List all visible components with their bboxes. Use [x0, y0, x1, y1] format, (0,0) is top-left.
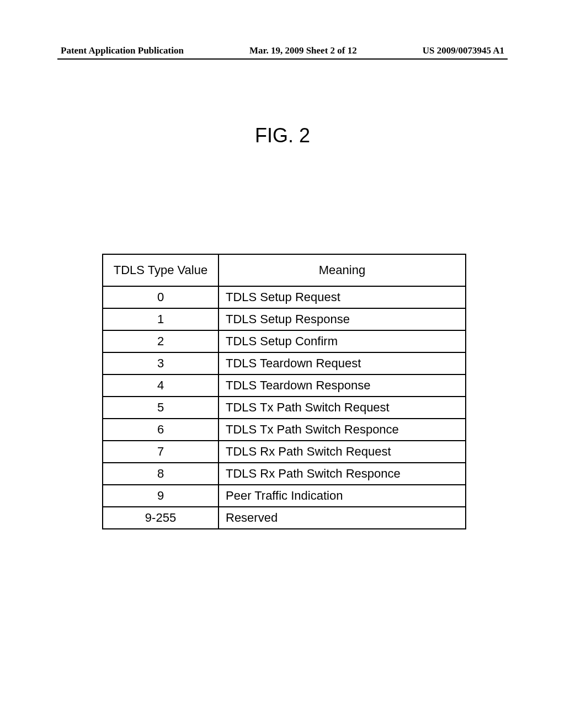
table-row: 2 TDLS Setup Confirm	[103, 330, 466, 352]
column-header-value: TDLS Type Value	[103, 254, 218, 286]
header-publication-type: Patent Application Publication	[61, 45, 184, 56]
cell-meaning: TDLS Teardown Request	[218, 352, 466, 374]
table-row: 4 TDLS Teardown Response	[103, 374, 466, 397]
column-header-meaning: Meaning	[218, 254, 466, 286]
table-row: 0 TDLS Setup Request	[103, 286, 466, 308]
cell-meaning: TDLS Tx Path Switch Responce	[218, 419, 466, 441]
cell-value: 6	[103, 419, 218, 441]
header-divider	[57, 58, 508, 60]
cell-value: 5	[103, 397, 218, 419]
cell-value: 0	[103, 286, 218, 308]
cell-meaning: TDLS Rx Path Switch Request	[218, 441, 466, 463]
tdls-type-table: TDLS Type Value Meaning 0 TDLS Setup Req…	[102, 254, 466, 529]
header-publication-number: US 2009/0073945 A1	[423, 45, 504, 56]
table-row: 9 Peer Traffic Indication	[103, 485, 466, 507]
table-header-row: TDLS Type Value Meaning	[103, 254, 466, 286]
table-row: 3 TDLS Teardown Request	[103, 352, 466, 374]
cell-value: 9-255	[103, 507, 218, 529]
cell-meaning: Reserved	[218, 507, 466, 529]
table-row: 1 TDLS Setup Response	[103, 308, 466, 330]
cell-meaning: TDLS Rx Path Switch Responce	[218, 463, 466, 485]
tdls-table-container: TDLS Type Value Meaning 0 TDLS Setup Req…	[102, 254, 466, 529]
cell-meaning: TDLS Setup Confirm	[218, 330, 466, 352]
cell-value: 8	[103, 463, 218, 485]
cell-meaning: TDLS Setup Response	[218, 308, 466, 330]
table-row: 7 TDLS Rx Path Switch Request	[103, 441, 466, 463]
header-date-sheet: Mar. 19, 2009 Sheet 2 of 12	[249, 45, 357, 56]
cell-value: 3	[103, 352, 218, 374]
table-row: 6 TDLS Tx Path Switch Responce	[103, 419, 466, 441]
cell-meaning: TDLS Setup Request	[218, 286, 466, 308]
table-row: 9-255 Reserved	[103, 507, 466, 529]
table-row: 5 TDLS Tx Path Switch Request	[103, 397, 466, 419]
cell-value: 4	[103, 374, 218, 397]
cell-value: 7	[103, 441, 218, 463]
table-row: 8 TDLS Rx Path Switch Responce	[103, 463, 466, 485]
page-header: Patent Application Publication Mar. 19, …	[0, 45, 565, 56]
cell-meaning: Peer Traffic Indication	[218, 485, 466, 507]
cell-meaning: TDLS Teardown Response	[218, 374, 466, 397]
cell-value: 2	[103, 330, 218, 352]
cell-value: 9	[103, 485, 218, 507]
figure-title: FIG. 2	[0, 124, 565, 147]
cell-meaning: TDLS Tx Path Switch Request	[218, 397, 466, 419]
cell-value: 1	[103, 308, 218, 330]
